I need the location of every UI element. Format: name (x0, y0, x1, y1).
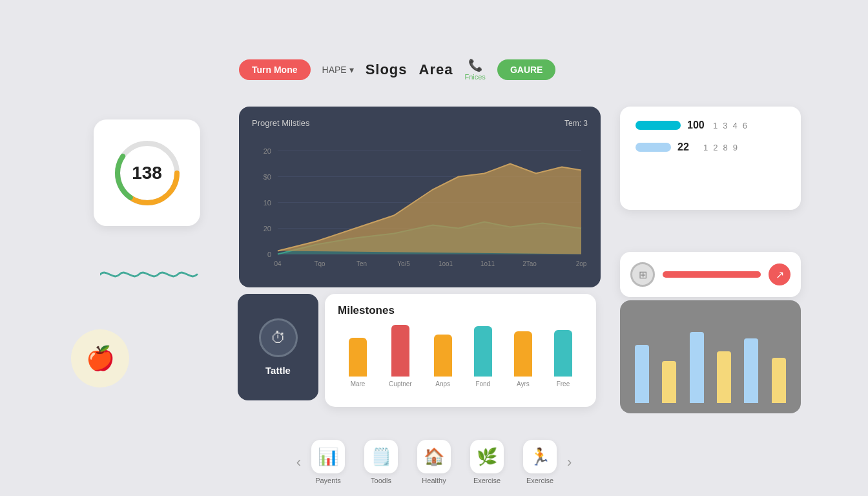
legend-nums-1: 1 3 4 6 (713, 121, 747, 130)
payents-icon-box: 📊 (311, 440, 345, 473)
nav-item-exercise-2[interactable]: 🏃 Exercise (523, 440, 557, 484)
exercise2-label: Exercise (526, 477, 553, 484)
bar-3 (690, 332, 704, 403)
toodls-label: Toodls (371, 477, 391, 484)
bar-6 (772, 358, 786, 403)
healthy-icon: 🏠 (424, 447, 444, 467)
prev-arrow[interactable]: ‹ (286, 454, 311, 471)
exercise2-icon: 🏃 (530, 447, 550, 467)
milestone-bar-anps (434, 335, 452, 377)
bar-group-2 (662, 361, 676, 403)
milestone-label-cuptner: Cuptner (389, 380, 412, 388)
toodls-icon-box: 🗒️ (364, 440, 398, 473)
milestone-bar-mare (349, 338, 367, 377)
healthy-label: Healthy (422, 477, 446, 484)
legend-value-2: 22 (677, 141, 697, 153)
exercise2-icon-box: 🏃 (523, 440, 557, 473)
nav-item-exercise-1[interactable]: 🌿 Exercise (470, 440, 504, 484)
svg-text:20: 20 (264, 147, 271, 155)
nav-items: 📊 Payents 🗒️ Toodls 🏠 Healthy 🌿 Exercise… (311, 440, 557, 484)
svg-text:20: 20 (264, 225, 271, 232)
svg-text:04: 04 (274, 260, 282, 267)
wavy-decoration (100, 265, 200, 287)
milestone-label-mare: Mare (351, 380, 366, 388)
bar-chart-card (620, 300, 801, 413)
fruit-icon: 🍎 (71, 329, 129, 388)
exercise1-icon: 🌿 (477, 447, 497, 467)
phone-button[interactable]: 📞 Fnices (464, 58, 485, 81)
bar-group-6 (772, 358, 786, 403)
slogs-title: Slogs (366, 61, 408, 78)
bottom-navigation: ‹ 📊 Payents 🗒️ Toodls 🏠 Healthy 🌿 Exerci… (226, 440, 642, 484)
gauge-container: 138 (112, 138, 183, 209)
milestone-col-free: Free (554, 330, 572, 388)
bar-group-4 (717, 351, 731, 403)
legend-bar-lightblue (636, 143, 671, 152)
grid-icon: ⊞ (639, 269, 647, 281)
next-arrow[interactable]: › (557, 454, 582, 471)
payents-icon: 📊 (318, 447, 338, 467)
gaure-button[interactable]: GAURE (497, 59, 556, 80)
tattle-label: Tattle (265, 365, 291, 376)
main-chart-svg: 20 $0 10 20 0 04 Tqo Ten Yo/5 1oo1 1o11 … (252, 133, 588, 272)
milestone-label-anps: Anps (435, 380, 450, 388)
wavy-svg (100, 265, 200, 284)
legend-bar-cyan (636, 121, 681, 130)
phone-icon: 📞 (468, 58, 482, 72)
arrow-icon: ↗ (776, 269, 784, 281)
payents-label: Payents (315, 477, 341, 484)
nav-item-toodls[interactable]: 🗒️ Toodls (364, 440, 398, 484)
clock-icon: ⏱ (271, 329, 286, 347)
svg-text:2Tao: 2Tao (522, 260, 537, 267)
svg-text:Yo/5: Yo/5 (397, 260, 410, 267)
chart-header: Progret Milsties Tem: 3 (252, 118, 588, 128)
legend-card: 100 1 3 4 6 22 1 2 8 9 (620, 107, 801, 210)
legend-value-1: 100 (687, 119, 707, 131)
legend-nums-2: 1 2 8 9 (703, 143, 738, 152)
toodls-icon: 🗒️ (371, 447, 391, 467)
svg-text:2op: 2op (576, 260, 587, 267)
milestone-col-anps: Anps (434, 335, 452, 388)
bar-1 (635, 345, 649, 403)
svg-text:1o11: 1o11 (480, 260, 495, 267)
healthy-icon-box: 🏠 (417, 440, 451, 473)
chart-term: Tem: 3 (564, 119, 588, 128)
progress-circle: ⊞ (630, 262, 655, 287)
progress-action-button[interactable]: ↗ (769, 264, 790, 285)
progress-bar (663, 271, 761, 278)
exercise1-label: Exercise (473, 477, 501, 484)
nav-item-payents[interactable]: 📊 Payents (311, 440, 345, 484)
milestone-col-mare: Mare (349, 338, 367, 388)
milestone-bar-fond (474, 326, 492, 377)
exercise1-icon-box: 🌿 (470, 440, 504, 473)
svg-text:$0: $0 (264, 173, 271, 181)
svg-text:Tqo: Tqo (314, 260, 326, 267)
hape-dropdown[interactable]: HAPE ▾ (322, 65, 354, 75)
svg-text:Ten: Ten (356, 260, 367, 267)
chevron-down-icon: ▾ (349, 65, 354, 75)
milestones-card: Milestones Mare Cuptner Anps Fond Ayrs F… (325, 294, 596, 407)
tattle-circle-icon: ⏱ (259, 318, 298, 357)
legend-row-1: 100 1 3 4 6 (636, 119, 785, 131)
gauge-card: 138 (94, 119, 200, 226)
turn-mone-button[interactable]: Turn Mone (239, 59, 311, 80)
legend-row-2: 22 1 2 8 9 (636, 141, 785, 153)
bar-group-5 (744, 338, 758, 403)
tattle-card[interactable]: ⏱ Tattle (238, 294, 318, 400)
hape-label: HAPE (322, 65, 347, 75)
milestone-bar-cuptner (391, 325, 409, 377)
phone-label: Fnices (464, 73, 485, 81)
bar-group-3 (690, 332, 704, 403)
bar-group-1 (635, 345, 649, 403)
nav-item-healthy[interactable]: 🏠 Healthy (417, 440, 451, 484)
chart-title: Progret Milsties (252, 118, 310, 128)
milestone-bar-free (554, 330, 572, 377)
milestone-label-fond: Fond (475, 380, 490, 388)
svg-text:10: 10 (264, 199, 271, 207)
milestone-label-ayrs: Ayrs (517, 380, 530, 388)
progress-card: ⊞ ↗ (620, 252, 801, 297)
gauge-value: 138 (132, 163, 162, 183)
main-chart-card: Progret Milsties Tem: 3 20 $0 10 20 0 04… (239, 107, 601, 287)
bar-2 (662, 361, 676, 403)
milestones-title: Milestones (338, 304, 583, 317)
